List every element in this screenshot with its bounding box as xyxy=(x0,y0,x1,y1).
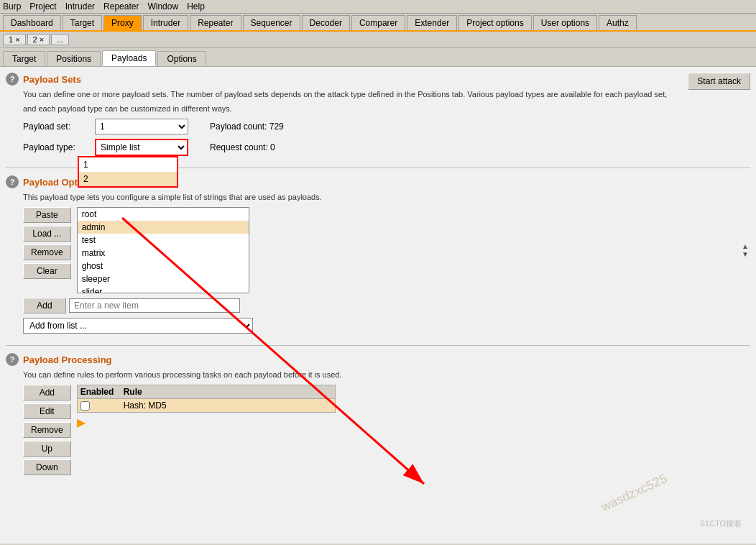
tab-project-options[interactable]: Project options xyxy=(458,15,531,30)
tab-user-options[interactable]: User options xyxy=(533,15,597,30)
processing-arrow: ▶ xyxy=(77,416,86,429)
processing-up-button[interactable]: Up xyxy=(23,441,71,457)
processing-down-button[interactable]: Down xyxy=(23,459,71,475)
processing-remove-button[interactable]: Remove xyxy=(23,422,71,438)
processing-table: Enabled Rule Hash: MD5 xyxy=(77,385,336,413)
payload-options-icon: ? xyxy=(6,175,19,188)
payload-set-dropdown[interactable]: 1 2 xyxy=(78,156,178,188)
payload-options-desc: This payload type lets you configure a s… xyxy=(6,193,750,201)
load-button[interactable]: Load ... xyxy=(23,226,71,242)
list-item-slider[interactable]: slider xyxy=(78,285,249,293)
add-item-button[interactable]: Add xyxy=(23,298,66,313)
sub-tab-bar: Target Positions Payloads Options xyxy=(0,48,756,67)
processing-row-checkbox[interactable] xyxy=(80,401,90,411)
start-attack-button[interactable]: Start attack xyxy=(688,73,750,90)
payload-set-label: Payload set: xyxy=(23,122,95,132)
tab-sequencer[interactable]: Sequencer xyxy=(243,15,300,30)
dropdown-option-2[interactable]: 2 xyxy=(79,172,177,186)
payload-count: Payload count: 729 xyxy=(210,122,284,132)
col-header-rule: Rule xyxy=(124,387,332,397)
payload-processing-icon: ? xyxy=(6,353,19,366)
processing-edit-button[interactable]: Edit xyxy=(23,403,71,419)
processing-row-enabled[interactable] xyxy=(80,401,124,411)
payload-sets-desc2: and each payload type can be customized … xyxy=(6,104,750,113)
tab-comparer[interactable]: Comparer xyxy=(351,15,405,30)
menu-intruder[interactable]: Intruder xyxy=(65,1,95,12)
payload-type-select[interactable]: Simple list xyxy=(95,139,188,156)
list-item-root[interactable]: root xyxy=(78,208,249,221)
clear-button[interactable]: Clear xyxy=(23,263,71,279)
list-item-test[interactable]: test xyxy=(78,234,249,247)
list-item-admin[interactable]: admin xyxy=(78,221,249,234)
tab-repeater[interactable]: Repeater xyxy=(190,15,241,30)
payload-set-select[interactable]: 1 2 xyxy=(95,119,188,134)
watermark2: 51CTO搜客 xyxy=(701,518,742,529)
num-tab-dots[interactable]: ... xyxy=(51,34,69,45)
col-header-enabled: Enabled xyxy=(80,387,124,397)
tab-subtab-options[interactable]: Options xyxy=(157,51,206,66)
processing-row-rule: Hash: MD5 xyxy=(124,400,332,411)
payload-processing-title: Payload Processing xyxy=(23,354,112,365)
menu-help[interactable]: Help xyxy=(187,1,205,12)
paste-button[interactable]: Paste xyxy=(23,207,71,223)
list-item-matrix[interactable]: matrix xyxy=(78,247,249,260)
scroll-down-arrow[interactable]: ▼ xyxy=(742,250,749,258)
menu-window[interactable]: Window xyxy=(147,1,178,12)
num-tab-bar: 1 × 2 × ... xyxy=(0,32,756,48)
num-tab-2[interactable]: 2 × xyxy=(27,34,50,45)
tab-extender[interactable]: Extender xyxy=(407,15,457,30)
payload-sets-desc1: You can define one or more payload sets.… xyxy=(6,90,750,99)
tab-authz[interactable]: Authz xyxy=(599,15,637,30)
tab-subtab-target[interactable]: Target xyxy=(3,51,45,66)
payload-options-section: ? Payload Options [Simple lis... This pa… xyxy=(6,175,750,334)
tab-intruder[interactable]: Intruder xyxy=(143,15,188,30)
list-item-sleeper[interactable]: sleeper xyxy=(78,272,249,285)
payload-processing-desc: You can define rules to perform various … xyxy=(6,370,750,379)
processing-add-button[interactable]: Add xyxy=(23,385,71,400)
menu-bar: Burp Project Intruder Repeater Window He… xyxy=(0,0,756,14)
request-count: Request count: 0 xyxy=(210,142,275,152)
menu-project[interactable]: Project xyxy=(29,1,56,12)
dropdown-option-1[interactable]: 1 xyxy=(79,157,177,172)
payload-list: root admin test matrix ghost sleeper sli… xyxy=(77,207,249,293)
tab-subtab-positions[interactable]: Positions xyxy=(47,51,101,66)
list-item-ghost[interactable]: ghost xyxy=(78,260,249,272)
payload-sets-icon: ? xyxy=(6,73,19,86)
tab-subtab-payloads[interactable]: Payloads xyxy=(102,50,156,66)
scroll-up-arrow[interactable]: ▲ xyxy=(742,242,749,250)
tab-bar-top: Dashboard Target Proxy Intruder Repeater… xyxy=(0,14,756,32)
payload-processing-section: ? Payload Processing You can define rule… xyxy=(6,353,750,475)
processing-table-row[interactable]: Hash: MD5 xyxy=(78,399,335,412)
payload-sets-title: Payload Sets xyxy=(23,74,81,85)
tab-decoder[interactable]: Decoder xyxy=(302,15,350,30)
add-item-input[interactable] xyxy=(69,298,240,313)
watermark: wasdzxc525 xyxy=(599,471,670,515)
tab-proxy[interactable]: Proxy xyxy=(103,15,142,30)
menu-repeater[interactable]: Repeater xyxy=(103,1,139,12)
tab-target[interactable]: Target xyxy=(63,15,102,30)
payload-type-label: Payload type: xyxy=(23,142,95,152)
tab-dashboard[interactable]: Dashboard xyxy=(3,15,61,30)
num-tab-1[interactable]: 1 × xyxy=(3,34,26,45)
add-from-list-select[interactable]: Add from list ... xyxy=(23,318,253,334)
payload-sets-section: ? Payload Sets You can define one or mor… xyxy=(6,73,750,156)
main-content: Start attack ? Payload Sets You can defi… xyxy=(0,67,756,544)
remove-button[interactable]: Remove xyxy=(23,244,71,260)
menu-burp[interactable]: Burp xyxy=(3,1,21,12)
